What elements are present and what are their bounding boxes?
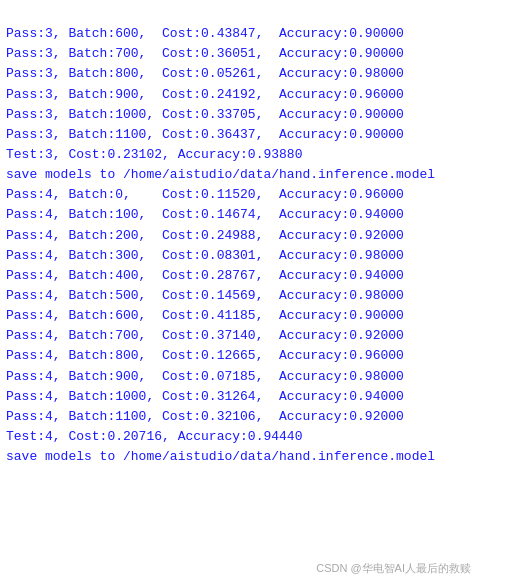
- console-line: Pass:3, Batch:900, Cost:0.24192, Accurac…: [6, 85, 505, 105]
- console-line: Pass:4, Batch:400, Cost:0.28767, Accurac…: [6, 266, 505, 286]
- console-line: Pass:4, Batch:600, Cost:0.41185, Accurac…: [6, 306, 505, 326]
- console-line: Pass:4, Batch:1100, Cost:0.32106, Accura…: [6, 407, 505, 427]
- console-line: Pass:3, Batch:1100, Cost:0.36437, Accura…: [6, 125, 505, 145]
- console-line: Pass:4, Batch:0, Cost:0.11520, Accuracy:…: [6, 185, 505, 205]
- console-line: Pass:3, Batch:1000, Cost:0.33705, Accura…: [6, 105, 505, 125]
- console-line: Pass:3, Batch:700, Cost:0.36051, Accurac…: [6, 44, 505, 64]
- console-line: save models to /home/aistudio/data/hand.…: [6, 447, 505, 467]
- console-line: Pass:4, Batch:200, Cost:0.24988, Accurac…: [6, 226, 505, 246]
- console-line: Pass:4, Batch:500, Cost:0.14569, Accurac…: [6, 286, 505, 306]
- console-line: save models to /home/aistudio/data/hand.…: [6, 165, 505, 185]
- console-line: Pass:3, Batch:800, Cost:0.05261, Accurac…: [6, 64, 505, 84]
- console-output: Pass:3, Batch:600, Cost:0.43847, Accurac…: [0, 0, 511, 471]
- console-line: Test:4, Cost:0.20716, Accuracy:0.94440: [6, 427, 505, 447]
- console-line: Pass:4, Batch:900, Cost:0.07185, Accurac…: [6, 367, 505, 387]
- console-line: Pass:4, Batch:300, Cost:0.08301, Accurac…: [6, 246, 505, 266]
- console-line: Pass:4, Batch:700, Cost:0.37140, Accurac…: [6, 326, 505, 346]
- console-line: Pass:4, Batch:1000, Cost:0.31264, Accura…: [6, 387, 505, 407]
- console-line: Test:3, Cost:0.23102, Accuracy:0.93880: [6, 145, 505, 165]
- console-line: Pass:4, Batch:100, Cost:0.14674, Accurac…: [6, 205, 505, 225]
- watermark: CSDN @华电智AI人最后的救赎: [316, 561, 471, 576]
- console-line: Pass:4, Batch:800, Cost:0.12665, Accurac…: [6, 346, 505, 366]
- console-line: Pass:3, Batch:600, Cost:0.43847, Accurac…: [6, 24, 505, 44]
